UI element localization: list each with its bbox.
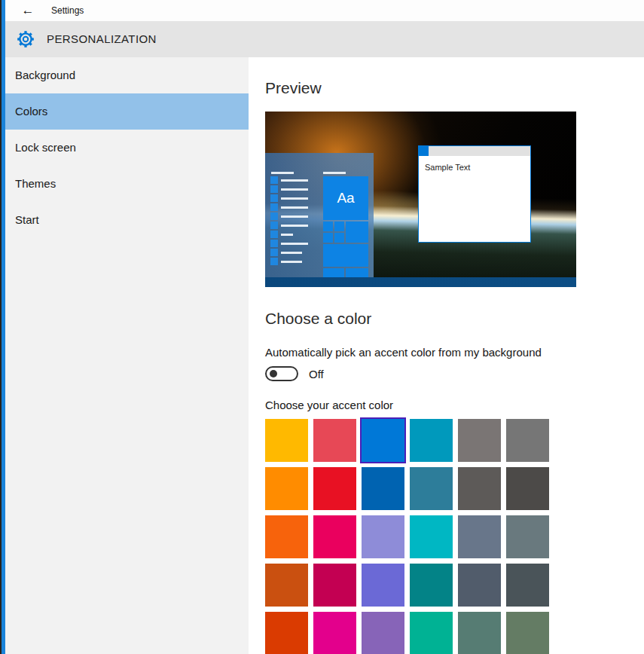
app-header: PERSONALIZATION — [5, 21, 644, 57]
start-menu-item-icon — [270, 240, 278, 247]
start-menu-item-line — [281, 243, 308, 245]
accent-color-swatch[interactable] — [410, 564, 453, 607]
start-medium-tile — [346, 222, 368, 243]
accent-color-swatch[interactable] — [265, 515, 308, 558]
toggle-state-label: Off — [309, 368, 324, 380]
choose-color-heading: Choose a color — [265, 309, 644, 329]
preview-sample-window: Sample Text — [418, 145, 531, 243]
start-small-tile — [334, 233, 344, 243]
accent-color-swatch[interactable] — [362, 467, 404, 510]
preview-start-menu: Aa — [265, 153, 374, 277]
accent-color-swatch[interactable] — [410, 612, 453, 654]
sample-window-accent-square — [419, 146, 429, 156]
auto-accent-toggle[interactable] — [265, 366, 298, 381]
gear-icon — [16, 29, 35, 49]
accent-color-swatch[interactable] — [410, 467, 453, 510]
window-title: Settings — [51, 0, 84, 21]
sidebar: Background Colors Lock screen Themes Sta… — [5, 57, 249, 654]
accent-color-swatch[interactable] — [458, 612, 501, 654]
sidebar-item-background[interactable]: Background — [5, 57, 249, 93]
back-icon[interactable]: ← — [18, 2, 38, 20]
start-small-tile — [323, 222, 333, 231]
accent-color-grid — [265, 419, 549, 654]
accent-color-swatch[interactable] — [410, 419, 453, 462]
accent-color-swatch[interactable] — [265, 612, 308, 654]
sample-window-text: Sample Text — [425, 163, 470, 172]
start-menu-item-icon — [270, 203, 278, 211]
accent-color-swatch[interactable] — [506, 564, 549, 607]
accent-color-swatch[interactable] — [362, 419, 404, 462]
auto-accent-label: Automatically pick an accent color from … — [265, 346, 644, 359]
main-pane: Preview Aa — [249, 57, 644, 654]
accent-color-swatch[interactable] — [506, 467, 549, 510]
start-menu-item-icon — [270, 231, 278, 238]
start-menu-item-line — [281, 206, 308, 209]
settings-window: ← Settings PERSONALIZATION — [0, 0, 644, 654]
accent-color-swatch[interactable] — [265, 419, 308, 462]
start-menu-item-icon — [270, 185, 278, 193]
start-small-tile — [323, 233, 333, 243]
start-menu-item-line — [281, 234, 293, 236]
accent-color-swatch[interactable] — [313, 467, 356, 510]
accent-color-swatch[interactable] — [313, 515, 356, 558]
sidebar-item-start[interactable]: Start — [5, 202, 249, 238]
page-title: PERSONALIZATION — [47, 21, 157, 57]
start-tile-label: Aa — [337, 190, 354, 206]
accent-color-swatch[interactable] — [458, 515, 501, 558]
start-menu-header-line — [271, 172, 294, 174]
accent-color-swatch[interactable] — [313, 612, 356, 654]
start-menu-item-line — [281, 261, 302, 263]
accent-color-swatch[interactable] — [458, 419, 501, 462]
start-menu-item-line — [281, 197, 308, 200]
accent-color-swatch[interactable] — [362, 612, 404, 654]
start-menu-item-line — [281, 188, 308, 191]
start-wide-tile — [323, 244, 368, 267]
preview-heading: Preview — [265, 57, 644, 98]
accent-color-swatch[interactable] — [313, 564, 356, 607]
accent-color-swatch[interactable] — [410, 515, 453, 558]
accent-color-swatch[interactable] — [458, 564, 501, 607]
accent-color-swatch[interactable] — [362, 564, 404, 607]
start-menu-item-line — [281, 225, 308, 227]
accent-color-swatch[interactable] — [362, 515, 404, 558]
accent-color-label: Choose your accent color — [265, 399, 644, 411]
start-tiles-header-line — [323, 172, 346, 174]
accent-color-swatch[interactable] — [506, 515, 549, 558]
accent-color-swatch[interactable] — [265, 564, 308, 607]
start-menu-item-icon — [270, 212, 278, 220]
start-big-tile: Aa — [323, 176, 368, 220]
start-menu-item-icon — [270, 222, 278, 229]
sidebar-item-colors[interactable]: Colors — [5, 93, 249, 130]
theme-preview-image: Aa Sample Text — [265, 112, 576, 287]
accent-color-swatch[interactable] — [458, 467, 501, 510]
titlebar: ← Settings — [5, 0, 644, 21]
accent-color-swatch[interactable] — [506, 419, 549, 462]
start-small-tile — [323, 268, 344, 277]
start-menu-item-line — [281, 179, 308, 182]
sidebar-item-lock-screen[interactable]: Lock screen — [5, 130, 249, 166]
sidebar-item-themes[interactable]: Themes — [5, 166, 249, 202]
start-menu-item-icon — [270, 249, 278, 256]
accent-color-swatch[interactable] — [506, 612, 549, 654]
start-menu-item-icon — [270, 258, 278, 265]
auto-accent-toggle-row: Off — [265, 366, 644, 381]
accent-color-swatch[interactable] — [265, 467, 308, 510]
start-menu-item-line — [281, 215, 308, 218]
preview-taskbar — [265, 277, 576, 287]
start-small-tile — [346, 268, 368, 277]
sample-window-titlebar — [419, 146, 530, 156]
start-small-tile — [334, 222, 344, 231]
start-menu-item-icon — [270, 194, 278, 202]
accent-color-swatch[interactable] — [313, 419, 356, 462]
start-menu-item-line — [281, 252, 302, 254]
toggle-knob — [270, 370, 277, 377]
start-menu-item-icon — [270, 176, 278, 184]
